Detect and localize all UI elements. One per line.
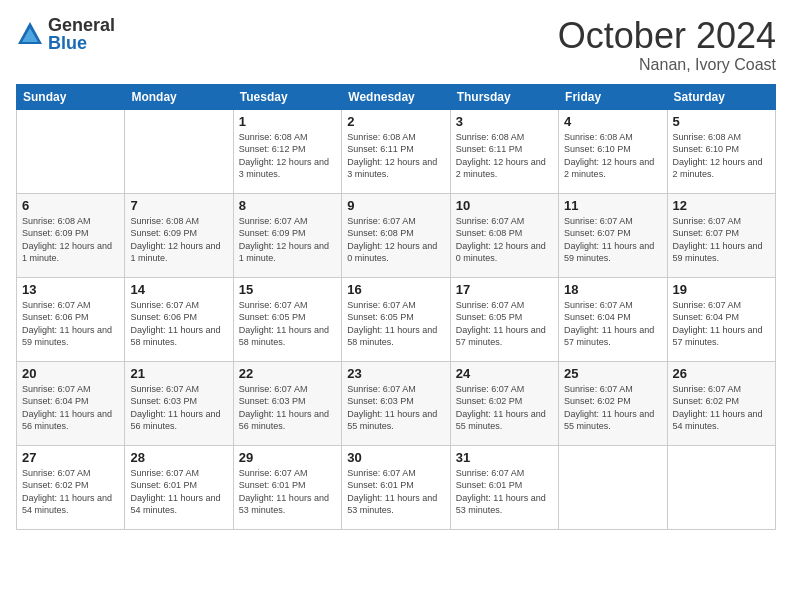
day-info: Sunrise: 6:08 AM Sunset: 6:11 PM Dayligh… [347, 132, 437, 180]
day-info: Sunrise: 6:07 AM Sunset: 6:08 PM Dayligh… [347, 216, 437, 264]
header-saturday: Saturday [667, 84, 775, 109]
day-number: 23 [347, 366, 444, 381]
day-number: 5 [673, 114, 770, 129]
day-info: Sunrise: 6:07 AM Sunset: 6:06 PM Dayligh… [22, 300, 112, 348]
logo-general: General [48, 16, 115, 34]
header-tuesday: Tuesday [233, 84, 341, 109]
day-number: 18 [564, 282, 661, 297]
day-number: 20 [22, 366, 119, 381]
table-row: 29 Sunrise: 6:07 AM Sunset: 6:01 PM Dayl… [233, 445, 341, 529]
logo-text: General Blue [48, 16, 115, 52]
day-number: 12 [673, 198, 770, 213]
page: General Blue October 2024 Nanan, Ivory C… [0, 0, 792, 612]
day-info: Sunrise: 6:07 AM Sunset: 6:01 PM Dayligh… [130, 468, 220, 516]
day-info: Sunrise: 6:08 AM Sunset: 6:10 PM Dayligh… [564, 132, 654, 180]
day-info: Sunrise: 6:07 AM Sunset: 6:07 PM Dayligh… [564, 216, 654, 264]
header: General Blue October 2024 Nanan, Ivory C… [16, 16, 776, 74]
day-number: 9 [347, 198, 444, 213]
table-row: 13 Sunrise: 6:07 AM Sunset: 6:06 PM Dayl… [17, 277, 125, 361]
table-row [125, 109, 233, 193]
day-info: Sunrise: 6:07 AM Sunset: 6:05 PM Dayligh… [239, 300, 329, 348]
month-title: October 2024 [558, 16, 776, 56]
day-info: Sunrise: 6:07 AM Sunset: 6:02 PM Dayligh… [22, 468, 112, 516]
day-info: Sunrise: 6:07 AM Sunset: 6:02 PM Dayligh… [673, 384, 763, 432]
table-row: 17 Sunrise: 6:07 AM Sunset: 6:05 PM Dayl… [450, 277, 558, 361]
table-row: 2 Sunrise: 6:08 AM Sunset: 6:11 PM Dayli… [342, 109, 450, 193]
week-row-1: 6 Sunrise: 6:08 AM Sunset: 6:09 PM Dayli… [17, 193, 776, 277]
table-row: 10 Sunrise: 6:07 AM Sunset: 6:08 PM Dayl… [450, 193, 558, 277]
day-number: 19 [673, 282, 770, 297]
day-number: 10 [456, 198, 553, 213]
table-row [17, 109, 125, 193]
day-number: 16 [347, 282, 444, 297]
table-row: 18 Sunrise: 6:07 AM Sunset: 6:04 PM Dayl… [559, 277, 667, 361]
week-row-3: 20 Sunrise: 6:07 AM Sunset: 6:04 PM Dayl… [17, 361, 776, 445]
day-info: Sunrise: 6:07 AM Sunset: 6:01 PM Dayligh… [456, 468, 546, 516]
table-row: 3 Sunrise: 6:08 AM Sunset: 6:11 PM Dayli… [450, 109, 558, 193]
table-row: 30 Sunrise: 6:07 AM Sunset: 6:01 PM Dayl… [342, 445, 450, 529]
week-row-4: 27 Sunrise: 6:07 AM Sunset: 6:02 PM Dayl… [17, 445, 776, 529]
day-info: Sunrise: 6:07 AM Sunset: 6:01 PM Dayligh… [347, 468, 437, 516]
day-info: Sunrise: 6:07 AM Sunset: 6:03 PM Dayligh… [347, 384, 437, 432]
table-row: 20 Sunrise: 6:07 AM Sunset: 6:04 PM Dayl… [17, 361, 125, 445]
table-row [559, 445, 667, 529]
day-info: Sunrise: 6:07 AM Sunset: 6:07 PM Dayligh… [673, 216, 763, 264]
day-info: Sunrise: 6:07 AM Sunset: 6:02 PM Dayligh… [564, 384, 654, 432]
day-number: 1 [239, 114, 336, 129]
day-number: 15 [239, 282, 336, 297]
table-row: 8 Sunrise: 6:07 AM Sunset: 6:09 PM Dayli… [233, 193, 341, 277]
day-info: Sunrise: 6:07 AM Sunset: 6:03 PM Dayligh… [130, 384, 220, 432]
table-row: 4 Sunrise: 6:08 AM Sunset: 6:10 PM Dayli… [559, 109, 667, 193]
day-info: Sunrise: 6:07 AM Sunset: 6:08 PM Dayligh… [456, 216, 546, 264]
day-number: 30 [347, 450, 444, 465]
logo: General Blue [16, 16, 115, 52]
day-number: 21 [130, 366, 227, 381]
table-row: 21 Sunrise: 6:07 AM Sunset: 6:03 PM Dayl… [125, 361, 233, 445]
table-row: 7 Sunrise: 6:08 AM Sunset: 6:09 PM Dayli… [125, 193, 233, 277]
header-friday: Friday [559, 84, 667, 109]
day-number: 14 [130, 282, 227, 297]
table-row: 28 Sunrise: 6:07 AM Sunset: 6:01 PM Dayl… [125, 445, 233, 529]
day-info: Sunrise: 6:07 AM Sunset: 6:06 PM Dayligh… [130, 300, 220, 348]
logo-blue: Blue [48, 34, 115, 52]
day-number: 13 [22, 282, 119, 297]
table-row: 25 Sunrise: 6:07 AM Sunset: 6:02 PM Dayl… [559, 361, 667, 445]
table-row: 19 Sunrise: 6:07 AM Sunset: 6:04 PM Dayl… [667, 277, 775, 361]
logo-icon [16, 20, 44, 48]
table-row: 31 Sunrise: 6:07 AM Sunset: 6:01 PM Dayl… [450, 445, 558, 529]
day-info: Sunrise: 6:07 AM Sunset: 6:09 PM Dayligh… [239, 216, 329, 264]
day-number: 11 [564, 198, 661, 213]
day-number: 7 [130, 198, 227, 213]
day-number: 6 [22, 198, 119, 213]
title-block: October 2024 Nanan, Ivory Coast [558, 16, 776, 74]
header-monday: Monday [125, 84, 233, 109]
day-info: Sunrise: 6:07 AM Sunset: 6:04 PM Dayligh… [673, 300, 763, 348]
table-row [667, 445, 775, 529]
day-info: Sunrise: 6:08 AM Sunset: 6:09 PM Dayligh… [22, 216, 112, 264]
table-row: 9 Sunrise: 6:07 AM Sunset: 6:08 PM Dayli… [342, 193, 450, 277]
table-row: 5 Sunrise: 6:08 AM Sunset: 6:10 PM Dayli… [667, 109, 775, 193]
day-info: Sunrise: 6:07 AM Sunset: 6:01 PM Dayligh… [239, 468, 329, 516]
day-info: Sunrise: 6:07 AM Sunset: 6:03 PM Dayligh… [239, 384, 329, 432]
location-title: Nanan, Ivory Coast [558, 56, 776, 74]
week-row-2: 13 Sunrise: 6:07 AM Sunset: 6:06 PM Dayl… [17, 277, 776, 361]
week-row-0: 1 Sunrise: 6:08 AM Sunset: 6:12 PM Dayli… [17, 109, 776, 193]
table-row: 12 Sunrise: 6:07 AM Sunset: 6:07 PM Dayl… [667, 193, 775, 277]
day-number: 25 [564, 366, 661, 381]
table-row: 6 Sunrise: 6:08 AM Sunset: 6:09 PM Dayli… [17, 193, 125, 277]
table-row: 16 Sunrise: 6:07 AM Sunset: 6:05 PM Dayl… [342, 277, 450, 361]
day-number: 31 [456, 450, 553, 465]
table-row: 26 Sunrise: 6:07 AM Sunset: 6:02 PM Dayl… [667, 361, 775, 445]
day-number: 2 [347, 114, 444, 129]
day-number: 22 [239, 366, 336, 381]
header-wednesday: Wednesday [342, 84, 450, 109]
header-sunday: Sunday [17, 84, 125, 109]
day-info: Sunrise: 6:07 AM Sunset: 6:05 PM Dayligh… [456, 300, 546, 348]
day-info: Sunrise: 6:08 AM Sunset: 6:09 PM Dayligh… [130, 216, 220, 264]
table-row: 11 Sunrise: 6:07 AM Sunset: 6:07 PM Dayl… [559, 193, 667, 277]
day-number: 17 [456, 282, 553, 297]
table-row: 23 Sunrise: 6:07 AM Sunset: 6:03 PM Dayl… [342, 361, 450, 445]
day-number: 27 [22, 450, 119, 465]
day-info: Sunrise: 6:08 AM Sunset: 6:11 PM Dayligh… [456, 132, 546, 180]
day-number: 8 [239, 198, 336, 213]
